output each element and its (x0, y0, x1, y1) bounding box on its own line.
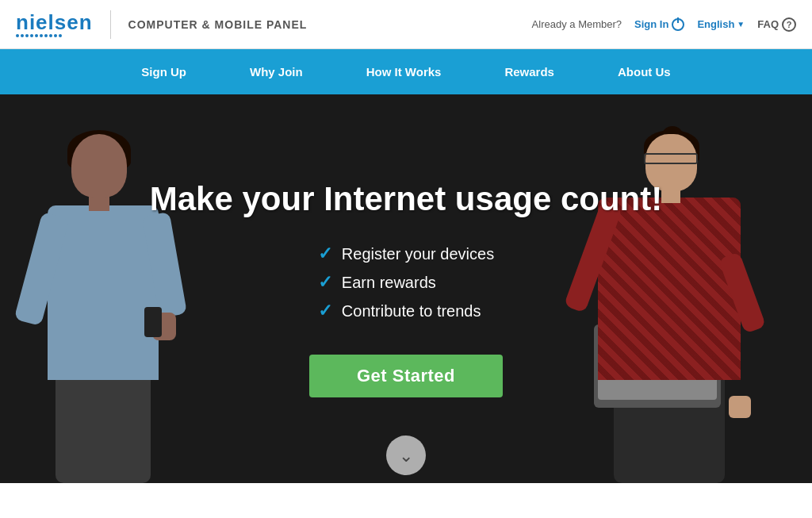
header-right-area: Already a Member? Sign In English ▼ FAQ … (532, 17, 796, 32)
scroll-down-button[interactable]: ⌄ (386, 436, 426, 475)
language-selector[interactable]: English ▼ (697, 18, 745, 30)
nav-item-how-it-works[interactable]: How It Works (335, 49, 473, 94)
nielsen-wordmark: nielsen (16, 12, 93, 33)
chevron-down-icon: ⌄ (399, 447, 413, 465)
language-label: English (697, 18, 734, 30)
already-member-text: Already a Member? (532, 18, 622, 30)
hero-content: Make your Internet usage count! ✓ Regist… (150, 180, 662, 397)
hero-list-item-3: ✓ Contribute to trends (318, 301, 494, 321)
hero-list: ✓ Register your devices ✓ Earn rewards ✓… (318, 244, 494, 329)
faq-icon: ? (782, 17, 796, 32)
woman-hand-right (729, 396, 751, 418)
check-icon-2: ✓ (318, 272, 332, 293)
logo-divider (110, 10, 111, 39)
power-icon (672, 18, 684, 31)
man-head (71, 134, 127, 198)
main-nav: Sign Up Why Join How It Works Rewards Ab… (0, 49, 812, 94)
nav-items: Sign Up Why Join How It Works Rewards Ab… (109, 49, 702, 94)
faq-label: FAQ (757, 18, 779, 30)
get-started-button[interactable]: Get Started (309, 355, 503, 397)
hero-section: Make your Internet usage count! ✓ Regist… (0, 94, 812, 483)
hero-list-item-1: ✓ Register your devices (318, 244, 494, 264)
nav-item-why-join[interactable]: Why Join (218, 49, 335, 94)
logo-dots (16, 34, 62, 37)
nav-item-signup[interactable]: Sign Up (109, 49, 218, 94)
man-legs (56, 376, 151, 483)
nielsen-logo: nielsen (16, 12, 93, 37)
nav-item-rewards[interactable]: Rewards (473, 49, 586, 94)
sign-in-label: Sign In (634, 18, 668, 30)
nav-item-about-us[interactable]: About Us (586, 49, 703, 94)
site-header: nielsen COMPUTER & MOBILE PANEL Already … (0, 0, 812, 49)
hero-list-text-3: Contribute to trends (342, 302, 481, 320)
header-logo-area: nielsen COMPUTER & MOBILE PANEL (16, 10, 307, 39)
panel-name: COMPUTER & MOBILE PANEL (128, 18, 308, 31)
faq-link[interactable]: FAQ ? (757, 17, 796, 32)
woman-glasses (644, 153, 698, 164)
check-icon-1: ✓ (318, 244, 332, 264)
hero-list-text-1: Register your devices (342, 245, 494, 263)
hero-list-item-2: ✓ Earn rewards (318, 272, 494, 293)
chevron-down-icon: ▼ (737, 20, 745, 29)
check-icon-3: ✓ (318, 301, 332, 321)
hero-title: Make your Internet usage count! (150, 180, 662, 218)
sign-in-link[interactable]: Sign In (634, 18, 684, 31)
hero-list-text-2: Earn rewards (342, 274, 436, 292)
